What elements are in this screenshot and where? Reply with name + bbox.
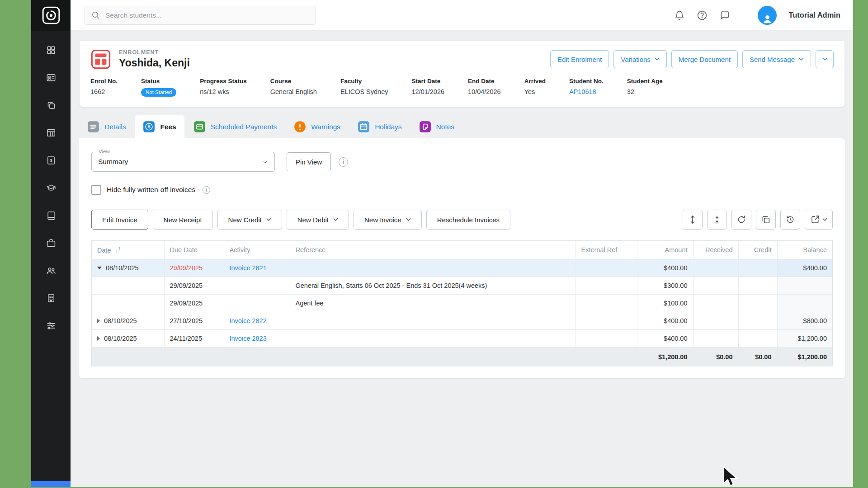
reschedule-invoices-button[interactable]: Reschedule Invoices <box>426 210 510 230</box>
app-logo[interactable] <box>31 0 71 31</box>
sidebar-item-book[interactable] <box>31 202 71 229</box>
search-box[interactable] <box>85 6 316 25</box>
field-label: Arrived <box>524 78 546 84</box>
sort-asc-icon: ↑1 <box>115 247 121 254</box>
hide-written-off-row: Hide fully written-off invoices i <box>91 185 833 195</box>
tab-warnings[interactable]: Warnings <box>286 115 349 138</box>
duplicate-button[interactable] <box>756 210 776 230</box>
invoice-row[interactable]: 08/10/202527/10/2025Invoice 2822$400.00$… <box>92 312 832 330</box>
sidebar-item-invoices[interactable]: $ <box>31 146 71 174</box>
invoice-link[interactable]: Invoice 2821 <box>230 264 267 272</box>
field-value: Not Started <box>141 88 176 97</box>
cell-date: 08/10/2025 <box>92 312 164 330</box>
sidebar-item-dashboard[interactable] <box>31 36 71 64</box>
more-actions-button[interactable] <box>816 50 834 68</box>
sidebar-item-sliders[interactable] <box>31 312 71 339</box>
user-name[interactable]: Tutorial Admin <box>788 11 840 19</box>
sidebar-item-briefcase[interactable] <box>31 229 71 257</box>
column-header-activity[interactable]: Activity <box>224 241 290 259</box>
search-input[interactable] <box>105 11 310 19</box>
history-button[interactable] <box>780 210 800 230</box>
expand-row-icon[interactable] <box>97 319 100 323</box>
sidebar-item-graduation[interactable] <box>31 174 71 202</box>
column-header-due-date[interactable]: Due Date <box>164 241 224 259</box>
notes-tab-icon <box>419 121 431 133</box>
invoice-row[interactable]: 29/09/2025Agent fee$100.00 <box>92 295 832 312</box>
tab-holidays[interactable]: Holidays <box>349 115 410 138</box>
cell-amount: $400.00 <box>637 312 693 330</box>
page-title: Yoshida, Kenji <box>119 57 190 69</box>
sidebar-item-people[interactable] <box>31 257 71 284</box>
sidebar-nav: $ <box>31 31 71 339</box>
enrolment-fields: Enrol No.1662StatusNot StartedProgress S… <box>80 73 844 107</box>
edit-enrolment-button[interactable]: Edit Enrolment <box>550 50 609 68</box>
collapse-row-icon[interactable] <box>97 267 102 269</box>
totals-empty-cell <box>224 347 290 366</box>
column-header-date[interactable]: Date↑1 <box>92 241 164 259</box>
avatar[interactable] <box>758 6 777 25</box>
help-button[interactable] <box>697 10 708 21</box>
search-icon <box>91 10 100 20</box>
field-course: CourseGeneral English <box>270 78 317 97</box>
invoice-link[interactable]: Invoice 2822 <box>230 317 267 324</box>
notifications-button[interactable] <box>674 10 685 21</box>
warnings-tab-icon <box>294 121 306 133</box>
new-credit-button[interactable]: New Credit <box>217 210 282 230</box>
cell-balance <box>777 277 832 295</box>
graduation-cap-icon <box>46 183 56 193</box>
tab-notes[interactable]: Notes <box>411 115 463 138</box>
cell-activity: Invoice 2821 <box>224 259 290 277</box>
invoice-row[interactable]: 29/09/2025General English, Starts 06 Oct… <box>92 277 832 295</box>
tab-label: Notes <box>436 123 455 131</box>
edit-invoice-button[interactable]: Edit Invoice <box>91 210 148 230</box>
merge-document-button[interactable]: Merge Document <box>671 50 738 68</box>
chevron-down-icon <box>333 218 338 221</box>
view-select[interactable]: View Summary <box>91 152 275 172</box>
tab-fees[interactable]: $Fees <box>135 115 184 138</box>
column-header-external-ref[interactable]: External Ref <box>576 241 637 259</box>
field-value: ns/12 wks <box>200 88 247 95</box>
send-message-button[interactable]: Send Message <box>742 50 811 68</box>
sidebar-item-building[interactable] <box>31 284 71 312</box>
cell-date <box>92 277 164 295</box>
tab-details[interactable]: Details <box>79 115 134 138</box>
student-no-link[interactable]: AP10618 <box>569 88 596 95</box>
invoice-row[interactable]: 08/10/202524/11/2025Invoice 2823$400.00$… <box>92 330 832 347</box>
field-start-date: Start Date12/01/2026 <box>411 78 444 97</box>
sidebar-item-id-card[interactable] <box>31 64 71 91</box>
totals-row: $1,200.00$0.00$0.00$1,200.00 <box>92 347 832 366</box>
refresh-button[interactable] <box>731 210 751 230</box>
column-header-received[interactable]: Received <box>693 241 738 259</box>
messages-button[interactable] <box>719 10 730 21</box>
column-header-reference[interactable]: Reference <box>290 241 576 259</box>
expand-rows-button[interactable] <box>683 210 703 230</box>
sidebar-item-documents[interactable] <box>31 91 71 119</box>
help-icon <box>697 10 708 21</box>
column-header-amount[interactable]: Amount <box>637 241 693 259</box>
chevron-down-icon <box>266 218 271 221</box>
view-info-icon[interactable]: i <box>339 157 348 167</box>
hide-written-off-checkbox[interactable] <box>91 185 101 195</box>
sidebar-item-table[interactable] <box>31 119 71 146</box>
book-icon <box>46 211 56 221</box>
totals-received: $0.00 <box>693 347 738 366</box>
new-invoice-button[interactable]: New Invoice <box>354 210 422 230</box>
field-student-no: Student No.AP10618 <box>569 78 604 97</box>
cell-credit <box>738 259 777 277</box>
column-header-balance[interactable]: Balance <box>777 241 832 259</box>
collapse-rows-button[interactable] <box>707 210 727 230</box>
hide-written-off-info-icon[interactable]: i <box>203 186 210 194</box>
tab-scheduled-payments[interactable]: Scheduled Payments <box>185 115 285 138</box>
export-button[interactable] <box>805 210 833 230</box>
invoice-link[interactable]: Invoice 2823 <box>230 335 267 342</box>
field-label: Course <box>270 78 317 84</box>
new-receipt-button[interactable]: New Receipt <box>153 210 213 230</box>
cell-activity: Invoice 2823 <box>224 330 290 347</box>
new-debit-button[interactable]: New Debit <box>287 210 349 230</box>
invoice-row[interactable]: 08/10/202529/09/2025Invoice 2821$400.00$… <box>92 259 832 277</box>
svg-text:$: $ <box>50 158 52 163</box>
column-header-credit[interactable]: Credit <box>738 241 777 259</box>
variations-button[interactable]: Variations <box>613 50 667 68</box>
expand-row-icon[interactable] <box>97 336 100 341</box>
pin-view-button[interactable]: Pin View <box>287 152 331 171</box>
